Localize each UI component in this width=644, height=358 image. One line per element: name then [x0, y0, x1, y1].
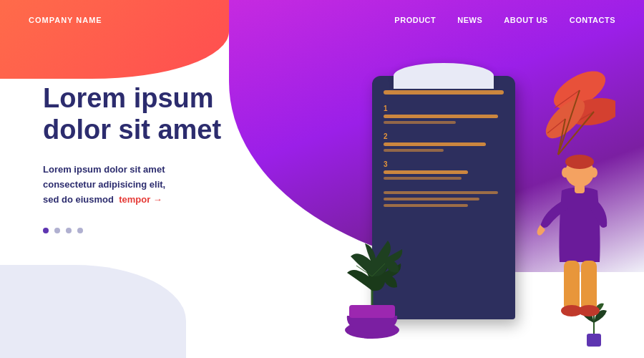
main-content: Lorem ipsum dolor sit amet Lorem ipsum d…	[0, 40, 644, 348]
svg-point-15	[565, 155, 594, 169]
board-bottom-lines	[384, 191, 504, 207]
dot-4[interactable]	[77, 228, 83, 233]
board-item-3: 3	[384, 160, 504, 180]
header: COMPANY NAME PRODUCT NEWS ABOUT US CONTA…	[0, 0, 644, 40]
left-content: Lorem ipsum dolor sit amet Lorem ipsum d…	[43, 69, 315, 233]
subtext: Lorem ipsum dolor sit amet consectetur a…	[43, 163, 315, 207]
board-item-2: 2	[384, 132, 504, 152]
svg-rect-17	[581, 261, 597, 311]
svg-point-22	[590, 168, 597, 178]
nav-news[interactable]: NEWS	[457, 16, 482, 24]
svg-rect-10	[349, 305, 395, 318]
person-figure	[530, 147, 608, 348]
board-item-1: 1	[384, 105, 504, 124]
svg-point-19	[578, 305, 600, 316]
dot-3[interactable]	[66, 228, 72, 233]
cta-link[interactable]: tempor →	[119, 194, 162, 205]
company-name: COMPANY NAME	[29, 16, 102, 24]
nav-contacts[interactable]: CONTACTS	[570, 16, 615, 24]
plant-left	[329, 212, 415, 341]
svg-rect-20	[575, 185, 585, 193]
dot-2[interactable]	[54, 228, 60, 233]
nav-product[interactable]: PRODUCT	[394, 16, 436, 24]
svg-point-21	[562, 168, 569, 178]
dot-1[interactable]	[43, 228, 49, 233]
svg-rect-16	[564, 261, 580, 311]
pagination-dots	[43, 228, 315, 233]
illustration: 1 2 3	[315, 69, 615, 358]
board-top-line	[384, 90, 504, 95]
main-nav: PRODUCT NEWS ABOUT US CONTACTS	[394, 16, 615, 24]
nav-about[interactable]: ABOUT US	[504, 16, 547, 24]
headline: Lorem ipsum dolor sit amet	[43, 83, 315, 145]
board-curl	[394, 63, 494, 89]
